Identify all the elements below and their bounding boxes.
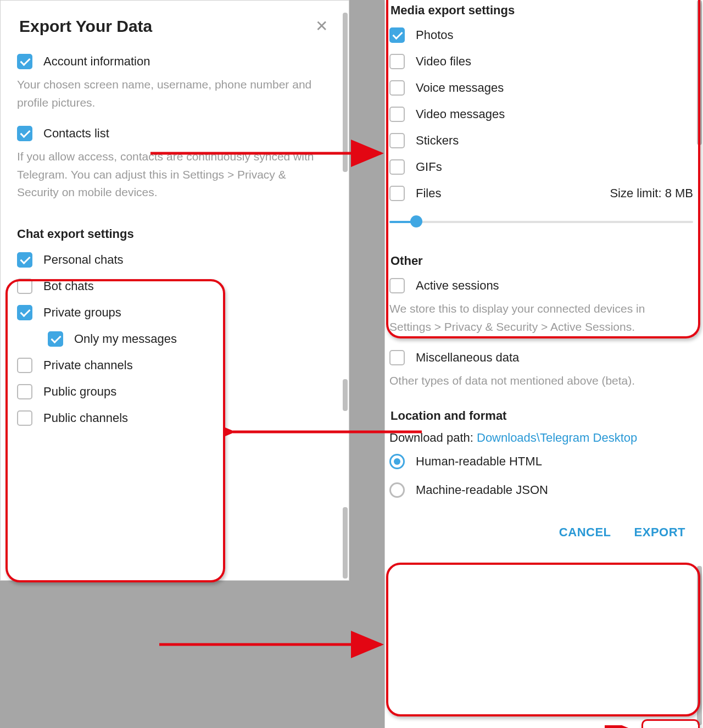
only-my-label: Only my messages — [74, 332, 177, 346]
contacts-checkbox[interactable] — [17, 126, 32, 141]
voice-checkbox[interactable] — [389, 80, 405, 96]
active-sessions-label: Active sessions — [416, 279, 499, 293]
json-format-row[interactable]: Machine-readable JSON — [389, 476, 693, 504]
only-my-row[interactable]: Only my messages — [48, 326, 334, 352]
size-slider[interactable] — [389, 214, 693, 230]
public-channels-row[interactable]: Public channels — [17, 405, 334, 431]
slider-thumb[interactable] — [410, 215, 422, 227]
scrollbar-left-2[interactable] — [343, 379, 348, 411]
video-msg-row[interactable]: Video messages — [389, 101, 693, 127]
video-files-label: Video files — [416, 54, 471, 69]
voice-row[interactable]: Voice messages — [389, 75, 693, 101]
export-button[interactable]: EXPORT — [631, 523, 689, 542]
size-limit-label: Size limit: 8 MB — [610, 186, 693, 201]
private-channels-row[interactable]: Private channels — [17, 352, 334, 379]
account-info-row[interactable]: Account information — [17, 48, 334, 75]
html-label: Human-readable HTML — [416, 454, 542, 469]
photos-checkbox[interactable] — [389, 27, 405, 43]
personal-chats-row[interactable]: Personal chats — [17, 247, 334, 273]
path-label: Download path: — [389, 431, 477, 444]
location-title: Location and format — [389, 399, 693, 427]
media-export-title: Media export settings — [389, 0, 693, 22]
photos-row[interactable]: Photos — [389, 22, 693, 48]
size-slider-wrap — [389, 207, 693, 240]
scrollbar-left[interactable] — [343, 13, 348, 172]
active-sessions-row[interactable]: Active sessions — [389, 273, 693, 299]
public-channels-checkbox[interactable] — [17, 410, 32, 426]
video-files-row[interactable]: Video files — [389, 48, 693, 75]
json-label: Machine-readable JSON — [416, 483, 548, 497]
account-info-checkbox[interactable] — [17, 54, 32, 69]
public-groups-checkbox[interactable] — [17, 384, 32, 399]
gifs-label: GIFs — [416, 160, 442, 174]
misc-row[interactable]: Miscellaneous data — [389, 344, 693, 371]
private-channels-label: Private channels — [43, 358, 133, 373]
gifs-row[interactable]: GIFs — [389, 154, 693, 180]
files-label: Files — [416, 186, 441, 201]
stickers-label: Stickers — [416, 134, 459, 148]
public-channels-label: Public channels — [43, 411, 128, 425]
export-dialog-left: Export Your Data ✕ Account information Y… — [0, 0, 349, 581]
right-content: Media export settings Photos Video files… — [385, 0, 703, 504]
video-msg-label: Video messages — [416, 107, 505, 121]
bot-chats-checkbox[interactable] — [17, 279, 32, 294]
misc-label: Miscellaneous data — [416, 351, 519, 365]
misc-desc: Other types of data not mentioned above … — [389, 371, 693, 399]
html-radio[interactable] — [389, 454, 405, 469]
active-sessions-checkbox[interactable] — [389, 278, 405, 293]
stickers-checkbox[interactable] — [389, 133, 405, 148]
voice-label: Voice messages — [416, 81, 504, 95]
personal-chats-label: Personal chats — [43, 253, 124, 267]
scrollbar-right-2[interactable] — [697, 566, 702, 725]
public-groups-row[interactable]: Public groups — [17, 379, 334, 405]
contacts-label: Contacts list — [43, 126, 109, 141]
only-my-checkbox[interactable] — [48, 331, 63, 347]
misc-checkbox[interactable] — [389, 350, 405, 365]
slider-track — [389, 221, 693, 223]
buttons-row: CANCEL EXPORT — [385, 504, 703, 547]
stickers-row[interactable]: Stickers — [389, 127, 693, 154]
dialog-title: Export Your Data — [19, 17, 152, 36]
contacts-desc: If you allow access, contacts are contin… — [17, 147, 334, 210]
account-info-label: Account information — [43, 54, 150, 69]
cancel-button[interactable]: CANCEL — [556, 523, 615, 542]
json-radio[interactable] — [389, 482, 405, 498]
close-icon[interactable]: ✕ — [313, 15, 330, 37]
bot-chats-row[interactable]: Bot chats — [17, 273, 334, 299]
export-dialog-right: Media export settings Photos Video files… — [384, 0, 703, 728]
html-format-row[interactable]: Human-readable HTML — [389, 447, 693, 476]
files-checkbox[interactable] — [389, 186, 405, 201]
files-row[interactable]: Files Size limit: 8 MB — [389, 180, 693, 207]
active-sessions-desc: We store this to display your connected … — [389, 299, 693, 344]
other-title: Other — [389, 240, 693, 273]
private-channels-checkbox[interactable] — [17, 358, 32, 373]
arrow-3 — [159, 631, 390, 658]
path-link[interactable]: Downloads\Telegram Desktop — [477, 431, 637, 444]
bot-chats-label: Bot chats — [43, 279, 94, 293]
video-files-checkbox[interactable] — [389, 54, 405, 69]
gifs-checkbox[interactable] — [389, 159, 405, 175]
scrollbar-right[interactable] — [697, 0, 702, 145]
private-groups-label: Private groups — [43, 305, 121, 320]
contacts-row[interactable]: Contacts list — [17, 120, 334, 147]
public-groups-label: Public groups — [43, 385, 116, 399]
account-info-desc: Your chosen screen name, username, phone… — [17, 75, 334, 120]
private-groups-checkbox[interactable] — [17, 305, 32, 320]
dialog-header: Export Your Data ✕ — [1, 1, 349, 46]
left-content: Account information Your chosen screen n… — [1, 46, 349, 439]
photos-label: Photos — [416, 28, 454, 42]
private-groups-row[interactable]: Private groups — [17, 299, 334, 326]
scrollbar-left-3[interactable] — [343, 507, 348, 579]
chat-export-title: Chat export settings — [17, 210, 334, 247]
video-msg-checkbox[interactable] — [389, 107, 405, 122]
path-line: Download path: Downloads\Telegram Deskto… — [389, 427, 693, 447]
personal-chats-checkbox[interactable] — [17, 252, 32, 268]
